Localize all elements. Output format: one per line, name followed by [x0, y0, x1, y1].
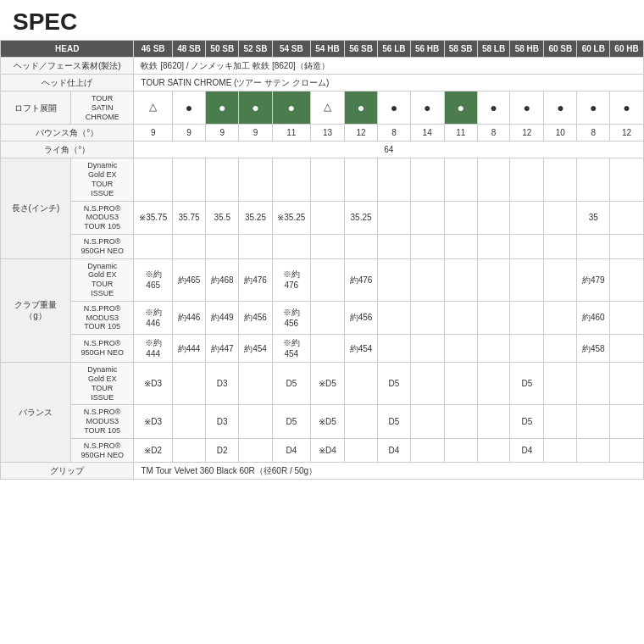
weight-950-48sb: 約444: [172, 335, 205, 363]
length-950-48sb: [172, 234, 205, 258]
length-ns-50sb: 35.5: [206, 201, 239, 234]
weight-950-56lb: [378, 335, 411, 363]
bounce-58hb: 12: [510, 125, 544, 142]
length-ns-60lb: 35: [577, 201, 610, 234]
balance-dg-60hb: [610, 363, 644, 405]
weight-950-56sb: 約454: [344, 335, 377, 363]
grip-label: グリップ: [1, 463, 134, 480]
balance-dg-48sb: [172, 363, 205, 405]
loft-56hb: ●: [410, 92, 444, 125]
bounce-60sb: 10: [544, 125, 577, 142]
length-dg-50sb: [206, 158, 239, 201]
length-950-60hb: [610, 234, 644, 258]
balance-950-46sb: ※D2: [134, 438, 172, 463]
length-dg-58sb: [444, 158, 477, 201]
weight-ns-60lb: 約460: [577, 301, 610, 334]
balance-ns-60lb: [577, 405, 610, 438]
col-54hb: 54 HB: [311, 41, 345, 58]
length-ns-46sb: ※35.75: [134, 201, 172, 234]
col-52sb: 52 SB: [239, 41, 272, 58]
length-950-56sb: [344, 234, 377, 258]
weight-ns-56hb: [410, 301, 444, 334]
weight-label: クラブ重量（g）: [1, 258, 71, 363]
col-58sb: 58 SB: [444, 41, 477, 58]
length-950-60lb: [577, 234, 610, 258]
col-60hb: 60 HB: [610, 41, 644, 58]
length-ns-48sb: 35.75: [172, 201, 205, 234]
length-ns-58sb: [444, 201, 477, 234]
balance-dg-56sb: [344, 363, 377, 405]
length-ns-60hb: [610, 201, 644, 234]
loft-54hb: △: [311, 92, 345, 125]
loft-60hb: ●: [610, 92, 644, 125]
balance-ns-52sb: [239, 405, 272, 438]
weight-dg-56hb: [410, 258, 444, 301]
balance-ns-56sb: [344, 405, 377, 438]
length-dg-60lb: [577, 158, 610, 201]
weight-950-60hb: [610, 335, 644, 363]
length-950-52sb: [239, 234, 272, 258]
loft-56sb: ●: [344, 92, 377, 125]
balance-ns-60sb: [544, 405, 577, 438]
weight-950-label: N.S.PRO®950GH NEO: [70, 335, 134, 363]
grip-value: TM Tour Velvet 360 Black 60R（径60R / 50g）: [134, 463, 644, 480]
loft-48sb: ●: [172, 92, 205, 125]
col-56lb: 56 LB: [378, 41, 411, 58]
length-950-54sb: [272, 234, 310, 258]
length-dg-60sb: [544, 158, 577, 201]
col-60sb: 60 SB: [544, 41, 577, 58]
balance-dg-60sb: [544, 363, 577, 405]
length-ns-58hb: [510, 201, 544, 234]
weight-950-58sb: [444, 335, 477, 363]
bounce-50sb: 9: [206, 125, 239, 142]
balance-ns-46sb: ※D3: [134, 405, 172, 438]
length-950-46sb: [134, 234, 172, 258]
balance-dg-56lb: D5: [378, 363, 411, 405]
bounce-58sb: 11: [444, 125, 477, 142]
length-dg-48sb: [172, 158, 205, 201]
loft-shaft-label: TOURSATINCHROME: [70, 92, 134, 125]
length-950-label: N.S.PRO®950GH NEO: [70, 234, 134, 258]
weight-dg-54sb: ※約476: [272, 258, 310, 301]
material-value: 軟鉄 [8620] / ノンメッキ加工 軟鉄 [8620]（鋳造）: [134, 58, 644, 75]
weight-950-50sb: 約447: [206, 335, 239, 363]
lie-value: 64: [134, 142, 644, 158]
weight-ns-56sb: 約456: [344, 301, 377, 334]
balance-dg-50sb: D3: [206, 363, 239, 405]
weight-dg-56lb: [378, 258, 411, 301]
weight-dg-60lb: 約479: [577, 258, 610, 301]
length-dg-56lb: [378, 158, 411, 201]
bounce-54hb: 13: [311, 125, 345, 142]
length-950-54hb: [311, 234, 345, 258]
weight-dg-56sb: 約476: [344, 258, 377, 301]
length-dg-54hb: [311, 158, 345, 201]
balance-dg-58lb: [477, 363, 510, 405]
balance-950-58lb: [477, 438, 510, 463]
weight-950-54hb: [311, 335, 345, 363]
length-label: 長さ(インチ): [1, 158, 71, 258]
balance-ns-58sb: [444, 405, 477, 438]
weight-dg-46sb: ※約465: [134, 258, 172, 301]
weight-950-60lb: 約458: [577, 335, 610, 363]
bounce-label: バウンス角（°）: [1, 125, 134, 142]
weight-dg-60hb: [610, 258, 644, 301]
col-50sb: 50 SB: [206, 41, 239, 58]
weight-950-52sb: 約454: [239, 335, 272, 363]
weight-950-60sb: [544, 335, 577, 363]
loft-46sb: △: [134, 92, 172, 125]
head-column-header: HEAD: [1, 41, 134, 58]
balance-950-56hb: [410, 438, 444, 463]
bounce-54sb: 11: [272, 125, 310, 142]
length-dg-52sb: [239, 158, 272, 201]
lie-label: ライ角（°）: [1, 142, 134, 158]
length-950-56hb: [410, 234, 444, 258]
loft-60sb: ●: [544, 92, 577, 125]
weight-ns-54hb: [311, 301, 345, 334]
col-56sb: 56 SB: [344, 41, 377, 58]
length-950-58lb: [477, 234, 510, 258]
balance-dg-58hb: D5: [510, 363, 544, 405]
balance-dg-52sb: [239, 363, 272, 405]
weight-ns-54sb: ※約456: [272, 301, 310, 334]
length-ns-label: N.S.PRO®MODUS3TOUR 105: [70, 201, 134, 234]
weight-dg-60sb: [544, 258, 577, 301]
